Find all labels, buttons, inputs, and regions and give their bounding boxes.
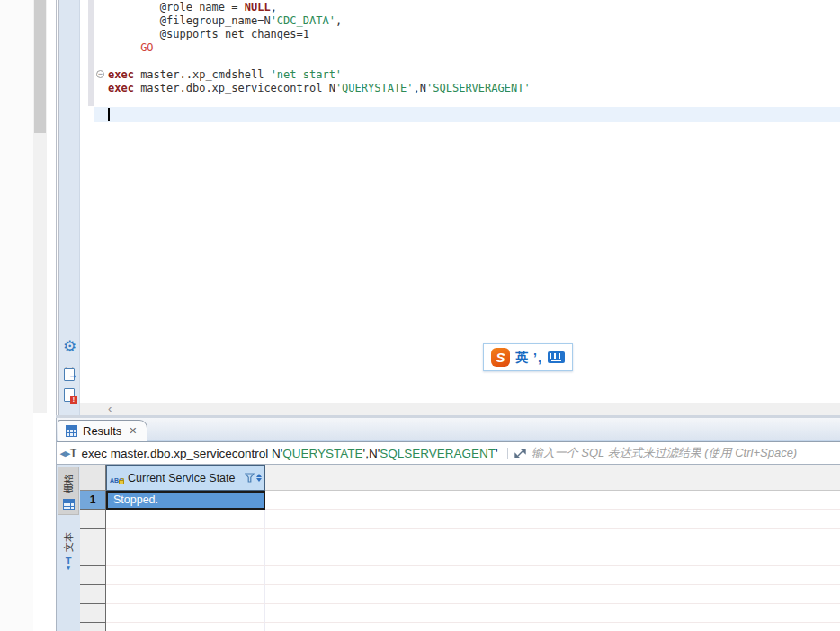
code-lines: @role_name = NULL, @filegroup_name=N'CDC… [108,1,531,109]
ime-toolbar[interactable]: S 英 ’, [483,343,573,371]
sql-editor-window: ⚙ · · · · → ! − @role_name = NULL, @file… [0,0,840,631]
changed-lines-bar [88,0,94,106]
ime-punctuation-mode[interactable]: ’, [533,351,542,365]
tab-grid-presentation[interactable]: 栅格 [58,467,79,515]
left-panel-edge [0,0,33,631]
expand-filter-icon[interactable] [507,448,526,459]
results-tabstrip: Results ✕ [57,418,840,441]
row-number-cell[interactable] [80,547,106,566]
data-cell[interactable] [106,510,265,529]
code-line: @supports_net_changes=1 [108,28,531,41]
row-filler [265,623,840,631]
current-line-highlight [94,107,840,122]
text-presentation-icon: T▾ [66,557,72,570]
row-filler [265,566,840,585]
results-filter-bar[interactable]: ◂▸T exec master.dbo.xp_servicecontrol N'… [57,441,840,465]
data-cell[interactable] [106,604,265,623]
table-row[interactable] [80,566,840,585]
grid-icon [66,425,77,437]
sort-arrows-icon[interactable] [256,474,262,482]
table-row[interactable] [80,604,840,623]
ime-language-mode[interactable]: 英 [515,350,528,366]
table-row[interactable] [80,510,840,529]
row-filler [265,510,840,529]
table-row[interactable] [80,547,840,566]
keyboard-icon[interactable] [548,351,565,363]
row-number-cell[interactable] [80,529,106,547]
filter-funnel-icon[interactable] [245,473,255,484]
row-number-cell[interactable] [80,510,106,529]
scroll-left-icon[interactable]: ‹ [108,403,112,415]
row-filler [265,604,840,623]
table-row[interactable] [80,585,840,604]
script-error-icon[interactable]: ! [64,388,75,402]
code-line: exec master.dbo.xp_servicecontrol N'QUER… [108,82,531,95]
data-cell[interactable] [106,585,265,604]
editor-side-toolbar: ⚙ · · · · → ! [59,0,80,415]
gear-icon[interactable]: ⚙ [62,339,77,354]
table-row[interactable] [80,529,840,547]
row-filler [265,585,840,604]
data-cell[interactable] [106,566,265,585]
data-cell[interactable]: Stopped. [106,491,265,510]
text-cursor [108,108,110,121]
export-script-icon[interactable]: → [64,368,75,381]
horizontal-scrollbar[interactable]: ‹ [80,403,840,415]
sql-expression-icon: ◂▸T [60,447,76,459]
fold-collapse-icon[interactable]: − [96,70,104,78]
presentation-tabs: 栅格 文本 T▾ [57,465,80,631]
row-filler [265,529,840,547]
code-line: @role_name = NULL, [108,1,531,14]
table-row[interactable] [80,623,840,631]
row-number-cell[interactable] [80,623,106,631]
row-number-cell[interactable] [80,585,106,604]
grid-body: 1Stopped. [80,491,840,631]
code-line: GO [108,41,531,55]
code-line: @filegroup_name=N'CDC_DATA', [108,14,531,28]
sql-code-editor[interactable]: − @role_name = NULL, @filegroup_name=N'C… [80,0,840,403]
code-line [108,95,531,109]
grid-presentation-icon [63,499,75,510]
tab-results[interactable]: Results ✕ [58,420,147,441]
row-filler [265,491,840,510]
grid-header-filler [265,465,840,491]
grid-header-row: ABC Current Service State [80,465,840,491]
filter-placeholder: 输入一个 SQL 表达式来过滤结果 (使用 Ctrl+Space) [532,445,798,461]
row-filler [265,547,840,566]
vertical-scrollbar[interactable] [33,0,47,413]
vertical-scrollbar-thumb[interactable] [34,0,46,133]
results-grid-area: 栅格 文本 T▾ ABC Current Service State [57,465,840,631]
table-row-selected[interactable]: 1Stopped. [80,491,840,510]
grid-corner-cell[interactable] [80,465,106,491]
row-number-cell[interactable] [80,566,106,585]
string-type-icon: ABC [110,473,124,484]
data-cell[interactable] [106,529,265,547]
code-line: exec master..xp_cmdshell 'net start' [108,68,531,82]
row-number-cell[interactable] [80,604,106,623]
results-panel: Results ✕ ◂▸T exec master.dbo.xp_service… [56,418,840,631]
result-grid[interactable]: ABC Current Service State 1St [80,465,840,631]
column-header-current-service-state[interactable]: ABC Current Service State [106,465,265,491]
close-icon[interactable]: ✕ [129,425,137,437]
filter-query-text[interactable]: exec master.dbo.xp_servicecontrol N'QUER… [81,447,497,460]
code-line [108,55,531,68]
row-number-cell[interactable]: 1 [80,491,106,510]
data-cell[interactable] [106,547,265,566]
sogou-logo-icon[interactable]: S [491,348,510,367]
data-cell[interactable] [106,623,265,631]
tab-results-label: Results [83,424,121,438]
tab-text-presentation[interactable]: 文本 T▾ [58,526,79,574]
